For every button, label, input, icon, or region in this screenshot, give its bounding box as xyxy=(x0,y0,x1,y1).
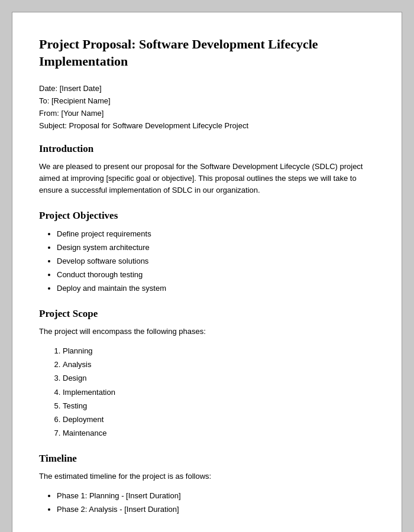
subject-line: Subject: Proposal for Software Developme… xyxy=(39,121,375,130)
to-line: To: [Recipient Name] xyxy=(39,96,375,105)
list-item: Phase 1: Planning - [Insert Duration] xyxy=(57,489,375,502)
introduction-heading: Introduction xyxy=(39,143,375,155)
from-line: From: [Your Name] xyxy=(39,109,375,118)
list-item: Maintenance xyxy=(63,427,375,440)
scope-intro: The project will encompass the following… xyxy=(39,326,375,338)
list-item: Conduct thorough testing xyxy=(57,268,375,281)
introduction-body: We are pleased to present our proposal f… xyxy=(39,161,375,196)
document-container: Project Proposal: Software Development L… xyxy=(12,12,402,532)
list-item: Deployment xyxy=(63,413,375,426)
list-item: Deploy and maintain the system xyxy=(57,282,375,295)
list-item: Develop software solutions xyxy=(57,255,375,268)
timeline-heading: Timeline xyxy=(39,453,375,465)
phases-list: Planning Analysis Design Implementation … xyxy=(39,345,375,440)
list-item: Analysis xyxy=(63,358,375,371)
list-item: Planning xyxy=(63,345,375,358)
list-item: Define project requirements xyxy=(57,228,375,241)
list-item: Design xyxy=(63,372,375,385)
timeline-intro: The estimated timeline for the project i… xyxy=(39,471,375,482)
date-line: Date: [Insert Date] xyxy=(39,84,375,93)
timeline-list: Phase 1: Planning - [Insert Duration] Ph… xyxy=(39,489,375,516)
list-item: Design system architecture xyxy=(57,241,375,254)
objectives-list: Define project requirements Design syste… xyxy=(39,228,375,295)
list-item: Phase 2: Analysis - [Insert Duration] xyxy=(57,503,375,516)
scope-heading: Project Scope xyxy=(39,308,375,320)
list-item: Testing xyxy=(63,400,375,413)
document-title: Project Proposal: Software Development L… xyxy=(39,36,375,70)
objectives-heading: Project Objectives xyxy=(39,210,375,222)
list-item: Implementation xyxy=(63,386,375,399)
